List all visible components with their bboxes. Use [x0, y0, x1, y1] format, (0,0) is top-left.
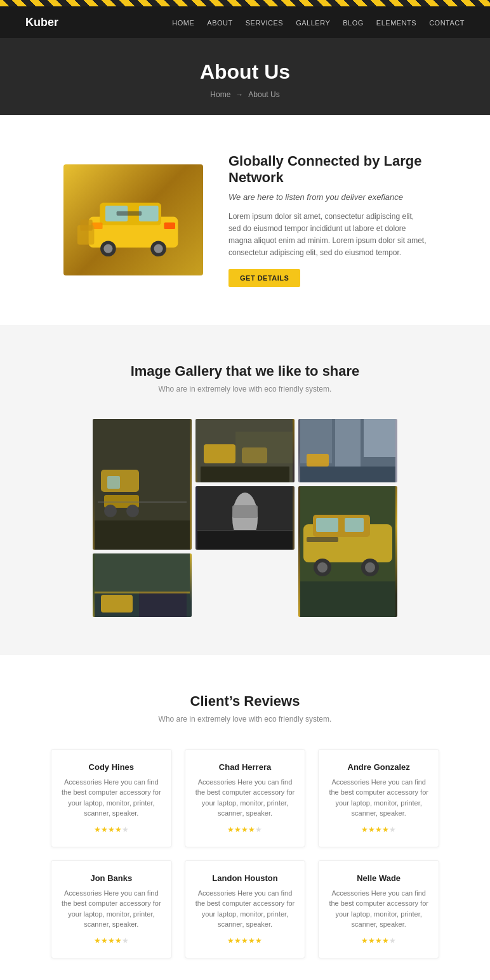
- review-stars-5: ★★★★★: [328, 936, 429, 945]
- svg-rect-52: [95, 592, 190, 593]
- svg-rect-24: [201, 467, 289, 482]
- gallery-subtitle: Who are in extremely love with eco frien…: [51, 385, 439, 394]
- svg-point-17: [104, 505, 117, 517]
- svg-rect-49: [95, 553, 190, 592]
- review-card-4: Landon HoustonAccessories Here you can f…: [185, 860, 306, 958]
- about-subtitle: We are here to listen from you deliver e…: [228, 191, 427, 204]
- review-name-0: Cody Hines: [61, 762, 162, 772]
- svg-rect-34: [232, 505, 258, 518]
- gallery-section: Image Gallery that we like to share Who …: [0, 325, 490, 655]
- gallery-item-3[interactable]: [298, 419, 397, 482]
- gallery-item-1[interactable]: [93, 419, 192, 550]
- svg-rect-3: [139, 206, 159, 222]
- svg-rect-29: [364, 419, 395, 457]
- svg-rect-36: [197, 531, 293, 550]
- svg-point-43: [317, 562, 328, 573]
- review-stars-0: ★★★★★: [61, 825, 162, 834]
- breadcrumb-current: About Us: [248, 90, 279, 99]
- page-header: About Us Home → About Us: [0, 38, 490, 115]
- svg-point-7: [154, 244, 163, 253]
- review-card-1: Chad HerreraAccessories Here you can fin…: [185, 749, 306, 847]
- svg-rect-25: [235, 432, 293, 463]
- review-text-2: Accessories Here you can find the best c…: [328, 777, 429, 819]
- reviews-grid: Cody HinesAccessories Here you can find …: [51, 749, 439, 958]
- svg-rect-41: [345, 518, 364, 532]
- review-text-0: Accessories Here you can find the best c…: [61, 777, 162, 819]
- gallery-item-4[interactable]: [195, 486, 295, 550]
- nav-links: Home About Services Gallery Blog Element…: [172, 17, 465, 27]
- about-content: Globally Connected by Large Network We a…: [228, 153, 427, 287]
- reviews-title: Client’s Reviews: [51, 693, 439, 710]
- gallery-item-5[interactable]: [298, 486, 397, 617]
- nav-gallery[interactable]: Gallery: [296, 19, 330, 27]
- svg-rect-19: [95, 520, 190, 550]
- about-body: Lorem ipsum dolor sit amet, consectetur …: [228, 211, 427, 260]
- svg-rect-20: [98, 501, 187, 503]
- gallery-grid: [93, 419, 397, 617]
- review-stars-3: ★★★★★: [61, 936, 162, 945]
- nav-services[interactable]: Services: [246, 19, 283, 27]
- review-stars-2: ★★★★★: [328, 825, 429, 834]
- breadcrumb-separator: →: [235, 90, 243, 99]
- nav-home[interactable]: Home: [172, 19, 194, 27]
- about-section: Globally Connected by Large Network We a…: [0, 115, 490, 325]
- svg-point-45: [365, 562, 375, 573]
- svg-rect-51: [139, 592, 187, 617]
- svg-rect-50: [101, 595, 133, 612]
- gallery-item-6[interactable]: [93, 553, 192, 617]
- breadcrumb-home[interactable]: Home: [210, 90, 230, 99]
- svg-rect-47: [307, 537, 338, 542]
- svg-rect-30: [307, 454, 329, 467]
- review-card-5: Nelle WadeAccessories Here you can find …: [318, 860, 439, 958]
- review-card-2: Andre GonzalezAccessories Here you can f…: [318, 749, 439, 847]
- nav-contact[interactable]: Contact: [429, 19, 465, 27]
- svg-point-18: [126, 505, 139, 517]
- svg-point-5: [103, 244, 112, 253]
- svg-rect-12: [80, 220, 92, 231]
- review-name-3: Jon Banks: [61, 873, 162, 883]
- review-text-3: Accessories Here you can find the best c…: [61, 888, 162, 930]
- svg-rect-15: [107, 476, 120, 489]
- gallery-item-2[interactable]: [195, 419, 295, 482]
- hazard-stripe-top: [0, 0, 490, 6]
- about-heading: Globally Connected by Large Network: [228, 153, 427, 186]
- get-details-button[interactable]: Get Details: [228, 269, 300, 287]
- review-stars-1: ★★★★★: [195, 825, 296, 834]
- svg-rect-10: [164, 223, 175, 230]
- reviews-section: Client’s Reviews Who are in extremely lo…: [0, 655, 490, 980]
- svg-rect-31: [300, 467, 395, 482]
- review-name-1: Chad Herrera: [195, 762, 296, 772]
- review-name-2: Andre Gonzalez: [328, 762, 429, 772]
- nav-elements[interactable]: Elements: [376, 19, 416, 27]
- gallery-title: Image Gallery that we like to share: [51, 363, 439, 380]
- review-name-5: Nelle Wade: [328, 873, 429, 883]
- svg-rect-40: [316, 518, 338, 532]
- review-text-1: Accessories Here you can find the best c…: [195, 777, 296, 819]
- about-image: [63, 164, 203, 275]
- brand-logo[interactable]: Kuber: [25, 16, 58, 29]
- svg-rect-46: [300, 581, 395, 617]
- nav-about[interactable]: About: [207, 19, 232, 27]
- svg-rect-28: [335, 419, 361, 470]
- review-card-3: Jon BanksAccessories Here you can find t…: [51, 860, 172, 958]
- review-text-4: Accessories Here you can find the best c…: [195, 888, 296, 930]
- svg-rect-8: [117, 211, 142, 216]
- navbar: Kuber Home About Services Gallery Blog E…: [0, 6, 490, 38]
- breadcrumb: Home → About Us: [13, 90, 477, 99]
- review-name-4: Landon Houston: [195, 873, 296, 883]
- review-text-5: Accessories Here you can find the best c…: [328, 888, 429, 930]
- svg-rect-22: [204, 444, 235, 463]
- nav-blog[interactable]: Blog: [343, 19, 364, 27]
- review-card-0: Cody HinesAccessories Here you can find …: [51, 749, 172, 847]
- page-title: About Us: [13, 60, 477, 84]
- reviews-subtitle: Who are in extremely love with eco frien…: [51, 715, 439, 724]
- review-stars-4: ★★★★★: [195, 936, 296, 945]
